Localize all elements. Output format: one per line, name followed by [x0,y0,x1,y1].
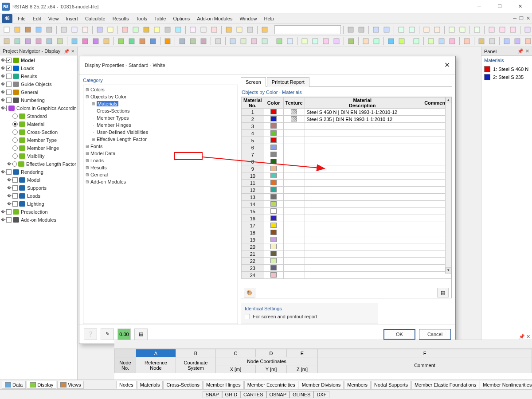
nav-item[interactable]: Member Hinge [1,144,76,152]
cancel-button[interactable]: Cancel [419,329,451,340]
tab-printout[interactable]: Printout Report [267,77,309,87]
identical-checkbox[interactable]: For screen and printout report [245,314,374,319]
nav-item[interactable]: �+Guide Objects [1,80,76,88]
toolbar-button[interactable] [249,36,259,46]
close-button[interactable]: ✕ [510,0,530,13]
material-color-swatch[interactable] [270,137,277,143]
menu-window[interactable]: Window [236,15,260,23]
status-cell[interactable]: DXF [313,391,329,398]
edit-button[interactable]: ✎ [101,329,114,340]
material-row[interactable]: 24 [242,272,451,279]
menu-options[interactable]: Options [169,15,193,23]
toolbar-button[interactable] [300,36,309,46]
status-cell[interactable]: GRID [222,391,241,398]
tab-screen[interactable]: Screen [241,77,266,87]
panel-material-row[interactable]: 2: Steel S 235 [481,73,532,81]
nav-item[interactable]: Standard [1,112,76,120]
toolbar-button[interactable] [396,25,406,35]
toolbar-button[interactable] [141,25,151,35]
material-row[interactable]: 22 [242,258,451,265]
pin-icon[interactable]: 📌 [64,49,69,54]
toolbar-button[interactable] [447,36,457,46]
toolbar-button[interactable] [55,36,65,46]
toolbar-button[interactable] [2,36,12,46]
nav-item[interactable]: Member Type [1,136,76,144]
toolbar-button[interactable] [260,25,270,35]
toolbar-button[interactable] [508,25,518,35]
toolbar-button[interactable] [235,25,244,35]
nav-item[interactable]: �+Effective Length Factor [1,160,76,168]
toolbar-button[interactable] [239,36,248,46]
toolbar-button[interactable] [70,36,79,46]
toolbar-button[interactable] [332,36,341,46]
data-tab[interactable]: Member Hinges [203,381,244,389]
toolbar-button[interactable] [177,36,187,46]
menu-results[interactable]: Results [109,15,133,23]
category-node[interactable]: ⊞Fonts [84,143,237,150]
material-color-swatch[interactable] [270,130,277,136]
material-color-swatch[interactable] [270,116,277,121]
material-row[interactable]: 18 [242,229,451,236]
nav-item[interactable]: �+Lighting [1,200,76,208]
material-color-swatch[interactable] [270,230,277,235]
category-node[interactable]: ·User-Defined Visibilities [84,129,237,136]
toolbar-button[interactable] [447,25,457,35]
material-color-swatch[interactable] [270,244,277,249]
toolbar-button[interactable] [426,36,436,46]
toolbar-button[interactable] [213,36,223,46]
texture-swatch[interactable] [291,116,297,121]
toolbar-button[interactable] [80,25,90,35]
material-row[interactable]: 14 [242,201,451,208]
material-row[interactable]: 5 [242,137,451,144]
nav-item[interactable]: �−Rendering [1,168,76,176]
toolbar-button[interactable] [274,36,284,46]
material-color-swatch[interactable] [270,109,277,114]
data-tab[interactable]: Members [344,381,371,389]
material-row[interactable]: 21 [242,250,451,258]
menu-table[interactable]: Table [151,15,169,23]
materials-grid[interactable]: MaterialNo.ColorTextureMaterialDescripti… [241,97,452,287]
toolbar-button[interactable] [12,25,22,35]
data-tab[interactable]: Member Divisions [299,381,344,389]
category-node[interactable]: ·Cross-Sections [84,107,237,114]
toolbar-button[interactable] [152,25,162,35]
data-tab[interactable]: Member Nonlinearities [480,381,532,389]
material-row[interactable]: 4 [242,130,451,137]
category-tree[interactable]: ⊞Colors⊟Objects by Color⊞Materials·Cross… [83,85,238,324]
col-E[interactable]: E [287,349,318,357]
material-row[interactable]: 23 [242,265,451,272]
toolbar-button[interactable] [285,36,295,46]
mdi-restore-icon[interactable]: ❐ [519,16,524,21]
menu-addon[interactable]: Add-on Modules [193,15,236,23]
toolbar-button[interactable] [209,25,219,35]
toolbar-button[interactable] [34,36,43,46]
maximize-button[interactable]: ☐ [489,0,510,13]
toolbar-button[interactable] [487,25,497,35]
toolbar-button[interactable] [224,25,234,35]
menu-tools[interactable]: Tools [132,15,151,23]
material-color-swatch[interactable] [270,187,277,192]
col-A[interactable]: A [136,349,176,357]
toolbar-button[interactable] [432,25,442,35]
toolbar-button[interactable] [411,36,421,46]
toolbar-button[interactable] [199,25,208,35]
category-node[interactable]: ·Member Hinges [84,121,237,129]
material-color-swatch[interactable] [270,208,277,214]
toolbar-button[interactable] [137,36,147,46]
toolbar-button[interactable] [523,25,532,35]
nav-item[interactable]: �+Results [1,72,76,80]
calc-button[interactable]: 0.00 [117,329,131,340]
nav-item[interactable]: Cross-Section [1,128,76,136]
toolbar-button[interactable] [523,36,532,46]
toolbar-button[interactable] [106,25,115,35]
list-button[interactable]: ▤ [134,329,148,340]
material-row[interactable]: 13 [242,194,451,201]
toolbar-button[interactable] [382,25,391,35]
nav-item[interactable]: �+Model [1,176,76,184]
menu-insert[interactable]: Insert [62,15,82,23]
toolbar-button[interactable] [346,25,356,35]
navigator-close-icon[interactable]: ✕ [71,49,74,54]
toolbar-button[interactable] [44,25,54,35]
col-B[interactable]: B [176,349,216,357]
scroll-down-icon[interactable]: ▾ [446,267,451,274]
